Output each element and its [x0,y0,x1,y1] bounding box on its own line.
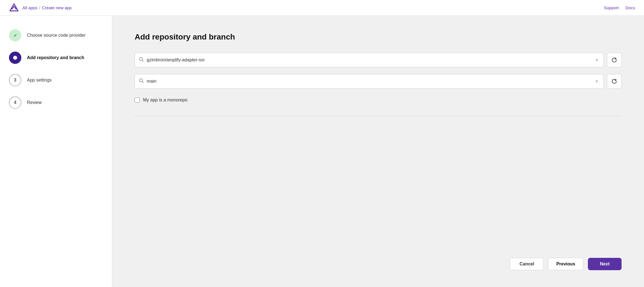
refresh-icon [611,57,617,63]
breadcrumb: All apps / Create new app [22,5,72,10]
branch-clear-button[interactable]: × [594,78,599,85]
step-label-3: App settings [27,78,52,83]
action-buttons: Cancel Previous Next [135,258,622,270]
svg-marker-0 [10,4,18,11]
repository-clear-button[interactable]: × [594,56,599,64]
step-number-4: 4 [14,100,17,105]
repository-search-icon [139,57,144,63]
repository-input-wrapper: × [135,53,604,67]
cancel-button[interactable]: Cancel [510,258,544,270]
step-circle-2 [9,52,21,64]
breadcrumb-separator: / [39,5,40,10]
svg-line-4 [142,82,144,83]
sidebar: ✓ Choose source code provider Add reposi… [0,16,112,287]
monorepo-checkbox[interactable] [135,98,140,103]
previous-button[interactable]: Previous [548,258,583,270]
main-content: Add repository and branch × [112,16,644,287]
step-item-2: Add repository and branch [9,52,103,64]
step-item-4: 4 Review [9,96,103,109]
nav-right: Support Docs [604,5,635,10]
amplify-logo [9,3,19,13]
monorepo-row: My app is a monorepo [135,98,622,103]
page-title: Add repository and branch [135,33,622,41]
branch-row: × [135,74,622,89]
step-label-4: Review [27,100,42,105]
nav-left: All apps / Create new app [9,3,72,13]
svg-line-2 [142,60,144,62]
main-layout: ✓ Choose source code provider Add reposi… [0,16,644,287]
support-link[interactable]: Support [604,5,619,10]
step-label-1: Choose source code provider [27,33,86,38]
repository-row: × [135,53,622,67]
step-circle-1: ✓ [9,29,21,41]
repository-refresh-button[interactable] [607,53,622,67]
all-apps-link[interactable]: All apps [22,5,37,10]
top-navigation: All apps / Create new app Support Docs [0,0,644,16]
branch-input[interactable] [147,79,594,84]
step-item-3: 3 App settings [9,74,103,86]
step-active-dot [13,56,17,60]
step-item-1: ✓ Choose source code provider [9,29,103,41]
branch-refresh-button[interactable] [607,74,622,89]
docs-link[interactable]: Docs [625,5,635,10]
section-divider [135,116,622,116]
step-circle-4: 4 [9,96,21,109]
monorepo-label[interactable]: My app is a monorepo [143,98,187,103]
step-label-2: Add repository and branch [27,55,84,60]
create-app-label: Create new app [42,5,72,10]
branch-refresh-icon [611,78,617,84]
step-check-icon: ✓ [13,33,17,38]
step-number-3: 3 [14,78,17,83]
branch-search-icon [139,78,144,84]
repository-input[interactable] [147,57,594,63]
step-circle-3: 3 [9,74,21,86]
next-button[interactable]: Next [588,258,622,270]
branch-input-wrapper: × [135,74,604,89]
